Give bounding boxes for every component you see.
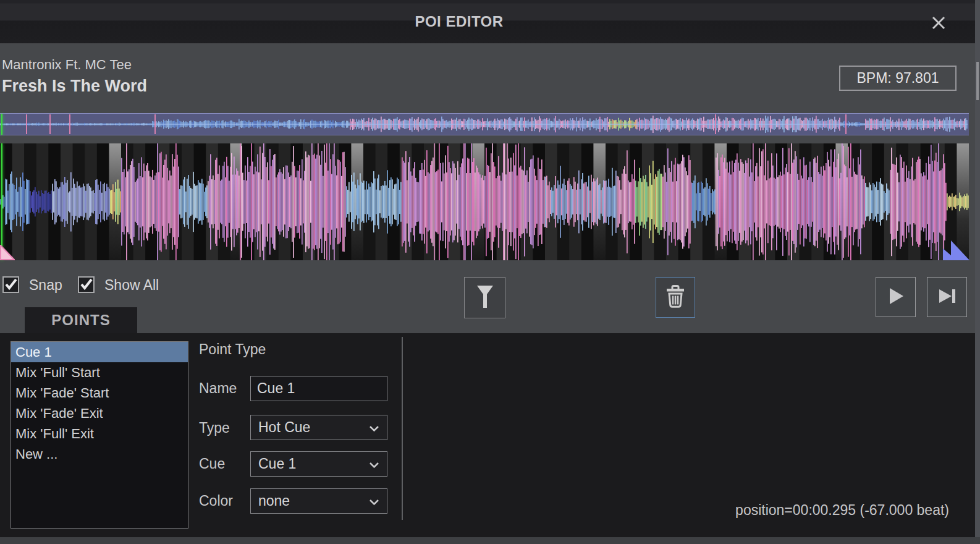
list-item[interactable]: New ... bbox=[11, 444, 188, 464]
cue-select[interactable]: Cue 1 bbox=[250, 451, 387, 477]
trash-icon bbox=[665, 285, 685, 310]
skip-to-end-button[interactable] bbox=[927, 277, 967, 317]
list-item[interactable]: Mix 'Full' Start bbox=[11, 362, 188, 383]
check-icon bbox=[4, 277, 18, 293]
main-waveform-canvas bbox=[0, 143, 969, 260]
main-playhead bbox=[1, 143, 2, 260]
delete-point-button[interactable] bbox=[656, 277, 695, 318]
show-all-label: Show All bbox=[104, 277, 159, 294]
poi-editor-dialog: POI EDITOR Mantronix Ft. MC Tee Fresh Is… bbox=[0, 0, 980, 544]
dialog-title: POI EDITOR bbox=[0, 13, 918, 30]
form-divider bbox=[402, 337, 403, 520]
chevron-down-icon bbox=[369, 456, 379, 472]
right-edge bbox=[975, 0, 980, 537]
color-select-value: none bbox=[258, 493, 290, 509]
type-select[interactable]: Hot Cue bbox=[250, 415, 387, 440]
mix-exit-marker-icon[interactable] bbox=[943, 238, 970, 260]
type-select-value: Hot Cue bbox=[258, 419, 310, 436]
cue-select-value: Cue 1 bbox=[258, 456, 296, 472]
type-label: Type bbox=[199, 420, 230, 436]
name-label: Name bbox=[199, 380, 237, 397]
position-status: position=00:00.295 (-67.000 beat) bbox=[735, 502, 949, 519]
play-icon bbox=[887, 286, 905, 308]
list-item[interactable]: Mix 'Fade' Exit bbox=[11, 403, 188, 423]
funnel-pin-icon bbox=[476, 285, 494, 311]
close-icon bbox=[931, 15, 947, 33]
list-item[interactable]: Mix 'Full' Exit bbox=[11, 423, 188, 444]
cue-label: Cue bbox=[199, 456, 225, 472]
start-cue-marker-icon[interactable] bbox=[0, 245, 15, 260]
check-icon bbox=[80, 277, 93, 293]
bottom-edge bbox=[0, 537, 980, 544]
track-title: Fresh Is The Word bbox=[2, 77, 147, 96]
play-button[interactable] bbox=[876, 277, 916, 317]
chevron-down-icon bbox=[369, 419, 379, 436]
list-item[interactable]: Cue 1 bbox=[11, 342, 188, 362]
overview-playhead bbox=[1, 114, 2, 135]
color-label: Color bbox=[199, 493, 233, 509]
name-input[interactable] bbox=[250, 376, 387, 401]
color-select[interactable]: none bbox=[250, 488, 387, 514]
skip-to-end-icon bbox=[937, 286, 957, 308]
chevron-down-icon bbox=[369, 493, 379, 509]
show-all-checkbox[interactable] bbox=[78, 276, 95, 293]
points-list: Cue 1Mix 'Full' StartMix 'Fade' StartMix… bbox=[11, 341, 188, 529]
snap-label: Snap bbox=[29, 277, 62, 294]
title-bar: POI EDITOR bbox=[0, 0, 975, 43]
snap-checkbox[interactable] bbox=[2, 276, 19, 293]
tab-points[interactable]: POINTS bbox=[25, 307, 137, 333]
scrollbar-thumb[interactable] bbox=[976, 62, 979, 100]
form-header: Point Type bbox=[199, 341, 266, 358]
bpm-box[interactable]: BPM: 97.801 bbox=[839, 66, 957, 91]
points-panel: Cue 1Mix 'Full' StartMix 'Fade' StartMix… bbox=[0, 333, 975, 537]
track-artist: Mantronix Ft. MC Tee bbox=[2, 57, 132, 73]
drop-cue-button[interactable] bbox=[464, 277, 505, 318]
close-button[interactable] bbox=[928, 14, 949, 35]
main-waveform[interactable] bbox=[0, 143, 969, 260]
overview-waveform[interactable] bbox=[0, 113, 969, 135]
list-item[interactable]: Mix 'Fade' Start bbox=[11, 383, 188, 403]
overview-waveform-canvas bbox=[0, 114, 968, 135]
